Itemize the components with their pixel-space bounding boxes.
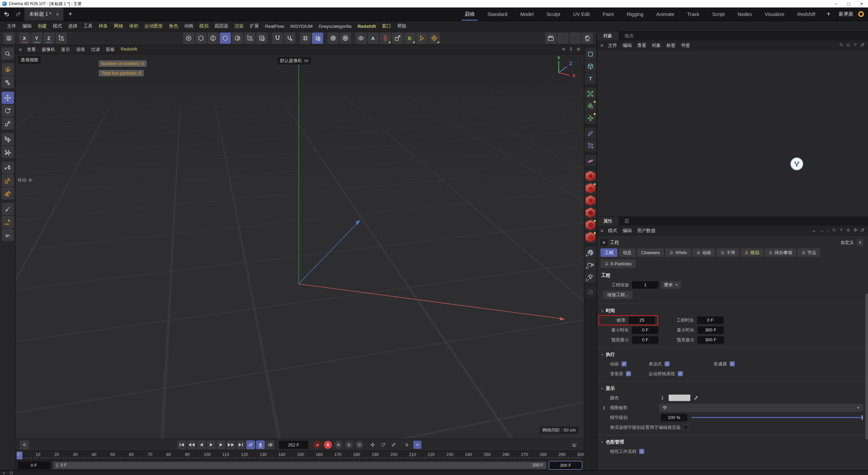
tab-场次[interactable]: 场次 xyxy=(618,32,640,40)
make-editable-icon[interactable] xyxy=(183,33,194,44)
viewport-layout-grid-icon[interactable] xyxy=(576,47,580,52)
popout-icon[interactable] xyxy=(861,228,865,233)
objects-menu-对象[interactable]: 对象 xyxy=(649,42,664,49)
transform-tool-icon[interactable] xyxy=(2,133,14,145)
execution-section-heading[interactable]: 执行 xyxy=(600,348,863,359)
rotate-tool-icon[interactable] xyxy=(2,104,14,117)
current-frame-field[interactable]: 0 F xyxy=(18,461,50,469)
filter-icon[interactable] xyxy=(853,43,857,48)
attributes-menu-用户数据[interactable]: 用户数据 xyxy=(634,228,658,234)
autokey-button[interactable]: A xyxy=(324,441,332,449)
menu-INSYDIUM[interactable]: INSYDIUM xyxy=(287,24,316,29)
color-management-heading[interactable]: 色彩管理 xyxy=(600,436,863,446)
minimize-button[interactable]: ─ xyxy=(829,0,842,7)
attr-tab-cineware[interactable]: Cineware xyxy=(637,248,664,257)
scale-tool-icon[interactable] xyxy=(2,117,14,130)
rs-environment-icon[interactable] xyxy=(585,231,596,243)
record-keyframe-button[interactable]: ◆ xyxy=(313,441,321,449)
brush-tool-icon[interactable] xyxy=(2,203,14,215)
linear-workflow-checkbox[interactable]: ✓ xyxy=(639,449,644,454)
objects-menu-查看[interactable]: 查看 xyxy=(634,42,649,49)
close-button[interactable]: ✕ xyxy=(855,0,868,7)
cube-primitive-icon[interactable] xyxy=(585,60,596,72)
preview-max-field[interactable]: 300 F xyxy=(697,336,724,344)
menu-角色[interactable]: 角色 xyxy=(166,23,181,29)
st-globe-icon[interactable]: ST xyxy=(585,247,596,258)
layout-tab-rigging[interactable]: Rigging xyxy=(620,7,650,21)
rs-camera-icon[interactable] xyxy=(585,207,596,218)
rs-dome-light-icon[interactable] xyxy=(585,183,596,194)
menu-帮助[interactable]: 帮助 xyxy=(394,23,410,29)
viewport-visibility-button[interactable] xyxy=(355,33,367,44)
spline-pen-icon[interactable] xyxy=(2,162,14,174)
layout-tab-standard[interactable]: Standard xyxy=(481,7,514,21)
camera-label[interactable]: 默认摄像机 xyxy=(277,57,311,64)
objects-menu-编辑[interactable]: 编辑 xyxy=(620,42,634,49)
exec-生成器-checkbox[interactable]: ✓ xyxy=(730,361,735,366)
layout-tab-启动[interactable]: 启动 xyxy=(458,7,481,21)
hdri-link-button[interactable] xyxy=(429,33,440,44)
redo-button[interactable] xyxy=(12,7,24,21)
document-close-icon[interactable]: × xyxy=(56,12,59,17)
rs-proxy-icon[interactable] xyxy=(585,219,596,231)
lock-z-axis-button[interactable]: Z xyxy=(43,33,55,44)
prev-key-button[interactable] xyxy=(187,440,196,449)
layout-tab-paint[interactable]: Paint xyxy=(596,7,620,21)
maximize-button[interactable]: ▢ xyxy=(842,0,855,7)
objects-menu-icon[interactable]: ≡ xyxy=(600,43,603,48)
menu-模拟[interactable]: 模拟 xyxy=(196,23,212,29)
cloner-icon[interactable] xyxy=(585,88,596,99)
layout-tab-uv-edit[interactable]: UV Edit xyxy=(567,7,596,21)
goto-end-button[interactable] xyxy=(236,440,245,449)
preview-min-field[interactable]: 0 F xyxy=(632,336,658,344)
menu-编辑[interactable]: 编辑 xyxy=(19,23,35,29)
eyedropper-icon[interactable] xyxy=(694,396,698,400)
menu-工具[interactable]: 工具 xyxy=(80,23,96,29)
key-rotation-button[interactable] xyxy=(379,441,387,449)
forward-icon[interactable]: → xyxy=(820,228,824,233)
menu-样条[interactable]: 样条 xyxy=(96,23,111,29)
layout-tab-nodes[interactable]: Nodes xyxy=(731,7,758,21)
viewport-menu-查看[interactable]: 查看 xyxy=(24,46,39,53)
unit-dropdown[interactable]: 厘米 ▼ xyxy=(661,281,681,289)
rs-material-export-button[interactable] xyxy=(380,33,391,44)
menu-跟踪器[interactable]: 跟踪器 xyxy=(212,23,232,29)
menu-渲染[interactable]: 渲染 xyxy=(232,23,247,29)
polygons-mode-icon[interactable] xyxy=(232,33,243,44)
menu-窗口[interactable]: 窗口 xyxy=(379,23,394,29)
play-button[interactable] xyxy=(207,440,216,449)
transport-frame-field[interactable]: 252 F xyxy=(279,441,308,449)
menu-选择[interactable]: 选择 xyxy=(65,23,80,29)
exec-动画-checkbox[interactable]: ✓ xyxy=(622,361,627,366)
annotation-button[interactable]: A xyxy=(368,33,379,44)
attr-tab-x-particles[interactable]: X-Particles xyxy=(600,260,636,268)
attr-tab-动画[interactable]: 动画 xyxy=(692,248,715,257)
menu-RealFlow[interactable]: RealFlow xyxy=(262,24,287,29)
spline-rectangle-icon[interactable] xyxy=(585,48,596,60)
attr-tab-待办事项[interactable]: 待办事项 xyxy=(765,248,796,257)
layout-tab-redshift[interactable]: Redshift xyxy=(791,7,822,21)
max-time-field[interactable]: 300 F xyxy=(697,326,724,334)
menu-Redshift[interactable]: Redshift xyxy=(355,24,379,29)
material-override-icon[interactable] xyxy=(585,286,596,298)
target-icon[interactable] xyxy=(853,228,857,233)
find-tool-icon[interactable] xyxy=(2,48,14,60)
attributes-menu-编辑[interactable]: 编辑 xyxy=(620,228,634,234)
expand-icon[interactable]: ❯ xyxy=(661,396,664,400)
min-time-field[interactable]: 0 F xyxy=(632,326,658,334)
viewport-render-dot-icon[interactable] xyxy=(561,47,566,52)
menu-网格[interactable]: 网格 xyxy=(111,23,126,29)
insydium-plugin-button[interactable]: B xyxy=(404,33,415,44)
prev-frame-button[interactable] xyxy=(197,440,206,449)
viewport-menu-Redshift[interactable]: Redshift xyxy=(118,46,140,53)
st-camera-icon[interactable]: ST xyxy=(585,259,596,270)
key-position-button[interactable] xyxy=(369,441,377,449)
render-settings-button[interactable] xyxy=(570,33,581,44)
perspective-viewport[interactable]: Y Z X 透视视图 Number of emitters: 0 Total l… xyxy=(16,54,584,439)
end-frame-field[interactable]: 300 F xyxy=(549,461,582,469)
viewport-download-icon[interactable] xyxy=(569,47,573,52)
enable-axis-button[interactable] xyxy=(244,33,255,44)
rectangle-spline-icon[interactable] xyxy=(2,174,14,187)
preset-dropdown[interactable]: 自定义 ▼ xyxy=(837,239,863,246)
objects-menu-书签[interactable]: 书签 xyxy=(678,42,693,49)
